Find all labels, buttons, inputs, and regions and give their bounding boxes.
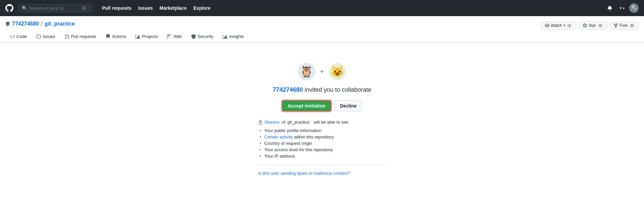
search-icon: 🔍 [22, 6, 27, 11]
tab-pullrequests-label: Pull requests [71, 34, 96, 39]
list-item: Your access level for this repository [264, 147, 386, 153]
slash-kbd: / [82, 6, 86, 10]
repo-name[interactable]: git_practice [45, 21, 75, 27]
invitee-avatar: 😺 [329, 63, 346, 80]
avatars-row: 🦉 + 😺 [298, 63, 346, 80]
tab-code-label: Code [16, 34, 27, 39]
chevron-down-icon: ▾ [623, 6, 625, 10]
tab-insights[interactable]: Insights [218, 31, 249, 42]
fork-count: 0 [629, 24, 635, 28]
tab-code[interactable]: Code [5, 31, 32, 42]
marketplace-link[interactable]: Marketplace [157, 4, 190, 12]
certain-activity-link[interactable]: Certain activity [264, 134, 293, 139]
ip-item: Your IP address [264, 154, 295, 159]
nav-right: + ▾ [605, 3, 639, 13]
tab-actions-label: Actions [112, 34, 126, 39]
list-item: Country of request origin [264, 140, 386, 147]
inviter-avatar: 🦉 [298, 63, 315, 80]
lock-icon [258, 120, 263, 125]
repo-separator: / [41, 20, 43, 27]
tab-projects-label: Projects [142, 34, 158, 39]
watch-label: Watch [551, 23, 562, 28]
tab-insights-label: Insights [229, 34, 244, 39]
issues-link[interactable]: Issues [136, 4, 156, 12]
owners-list: Your public profile information Certain … [264, 127, 386, 159]
chevron-down-icon: ▾ [564, 24, 565, 27]
repo-actions: Watch ▾ 1 Star 0 Fork 0 [541, 22, 639, 30]
top-navbar: 🔍 / Pull requests Issues Marketplace Exp… [0, 0, 644, 16]
decline-button[interactable]: Decline [334, 100, 362, 112]
tab-actions[interactable]: Actions [101, 31, 131, 42]
accept-invitation-button[interactable]: Accept invitation [282, 100, 332, 112]
plus-icon: + [619, 5, 622, 11]
list-item: Certain activity within this repository [264, 134, 386, 140]
list-item: Your public profile information [264, 127, 386, 134]
star-button[interactable]: Star 0 [579, 22, 607, 30]
search-input[interactable] [29, 6, 79, 11]
tab-security-label: Security [198, 34, 213, 39]
tab-security[interactable]: Security [186, 31, 218, 42]
invite-message: 774274680 invited you to collaborate [273, 86, 371, 93]
owners-section: Owners of git_practice will be able to s… [258, 120, 386, 176]
star-label: Star [589, 23, 596, 28]
breadcrumb: 774274680 / git_practice [5, 20, 75, 27]
repo-tabs: Code Issues Pull requests Actions Projec… [5, 31, 639, 42]
owners-repo-name: git_practice [287, 120, 310, 125]
search-box[interactable]: 🔍 / [19, 4, 93, 12]
main-content: 🦉 + 😺 774274680 invited you to collabora… [0, 43, 644, 189]
pull-requests-link[interactable]: Pull requests [99, 4, 134, 12]
spam-link[interactable]: Is this user sending spam or malicious c… [258, 171, 350, 176]
nav-links: Pull requests Issues Marketplace Explore [99, 4, 213, 12]
owners-link[interactable]: Owners [265, 120, 280, 125]
tab-pullrequests[interactable]: Pull requests [60, 31, 101, 42]
invite-suffix: invited you to collaborate [305, 86, 371, 93]
add-button[interactable]: + ▾ [617, 4, 627, 12]
repo-icon [5, 21, 10, 26]
country-item: Country of request origin [264, 141, 312, 146]
github-logo[interactable] [5, 4, 13, 12]
owners-header: Owners of git_practice will be able to s… [258, 120, 386, 125]
avatar[interactable] [629, 3, 639, 13]
profile-item: Your public profile information [264, 128, 322, 133]
invitation-buttons: Accept invitation Decline [282, 100, 363, 112]
tab-issues-label: Issues [43, 34, 55, 39]
star-count: 0 [597, 24, 603, 28]
notifications-button[interactable] [605, 4, 614, 12]
tab-issues[interactable]: Issues [32, 31, 60, 42]
owners-suffix: will be able to see: [314, 120, 350, 125]
fork-button[interactable]: Fork 0 [610, 22, 639, 30]
repo-owner[interactable]: 774274680 [12, 21, 39, 27]
owners-repo-text: of [282, 120, 285, 125]
divider [258, 165, 386, 165]
inviter-link[interactable]: 774274680 [273, 86, 303, 93]
access-item: Your access level for this repository [264, 147, 333, 152]
fork-label: Fork [620, 23, 628, 28]
watch-count: 1 [567, 24, 573, 28]
tab-projects[interactable]: Projects [131, 31, 162, 42]
tab-wiki-label: Wiki [173, 34, 182, 39]
tab-wiki[interactable]: Wiki [162, 31, 186, 42]
plus-sign: + [320, 68, 324, 76]
repo-header: 774274680 / git_practice Watch ▾ 1 Star … [0, 16, 644, 43]
within-text: within this repository [294, 134, 334, 139]
watch-button[interactable]: Watch ▾ 1 [541, 22, 576, 30]
explore-link[interactable]: Explore [191, 4, 213, 12]
list-item: Your IP address [264, 153, 386, 159]
